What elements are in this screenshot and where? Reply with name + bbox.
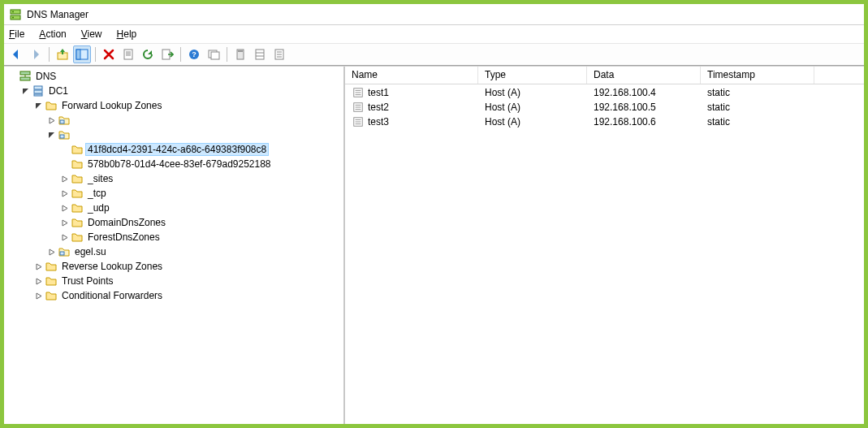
tree-tcp-folder[interactable]: _tcp bbox=[59, 186, 343, 201]
svg-rect-28 bbox=[34, 86, 42, 89]
svg-rect-31 bbox=[60, 120, 64, 123]
folder-icon bbox=[71, 231, 84, 244]
tree-guid-folder[interactable]: 578b0b78-01d4-4cee-83ef-679ad9252188 bbox=[59, 157, 343, 171]
collapse-icon[interactable] bbox=[46, 130, 56, 140]
column-header-name[interactable]: Name bbox=[345, 67, 478, 84]
zone-icon bbox=[58, 128, 71, 141]
record-icon bbox=[352, 101, 365, 114]
svg-rect-38 bbox=[354, 103, 363, 112]
svg-rect-16 bbox=[237, 50, 244, 59]
svg-rect-42 bbox=[354, 118, 363, 127]
tree-label: Reverse Lookup Zones bbox=[59, 261, 165, 272]
svg-rect-11 bbox=[162, 50, 170, 59]
tree-trust-points[interactable]: Trust Points bbox=[33, 274, 343, 288]
record-row[interactable]: test1Host (A)192.168.100.4static bbox=[345, 85, 864, 100]
column-header-type[interactable]: Type bbox=[478, 67, 587, 84]
record-timestamp: static bbox=[701, 87, 814, 98]
list-body: test1Host (A)192.168.100.4statictest2Hos… bbox=[345, 84, 864, 129]
record-icon bbox=[352, 86, 365, 99]
tree-server[interactable]: DC1 bbox=[20, 84, 343, 98]
record-icon bbox=[352, 115, 365, 128]
delete-button[interactable] bbox=[100, 45, 118, 63]
expand-icon[interactable] bbox=[46, 247, 56, 257]
svg-rect-4 bbox=[58, 53, 67, 59]
expand-icon[interactable] bbox=[59, 218, 69, 227]
tree-reverse-lookup-zones[interactable]: Reverse Lookup Zones bbox=[33, 259, 343, 274]
tree-label: 578b0b78-01d4-4cee-83ef-679ad9252188 bbox=[85, 158, 274, 170]
folder-icon bbox=[71, 216, 84, 229]
forward-button[interactable] bbox=[27, 45, 45, 63]
tree-domaindnszones-folder[interactable]: DomainDnsZones bbox=[59, 215, 343, 230]
new-window-button[interactable] bbox=[205, 45, 222, 63]
folder-icon bbox=[71, 143, 84, 156]
list-pane[interactable]: Name Type Data Timestamp test1Host (A)19… bbox=[345, 67, 864, 424]
folder-icon bbox=[71, 201, 84, 214]
tree-pane[interactable]: DNS DC1 bbox=[4, 67, 345, 424]
svg-rect-1 bbox=[11, 15, 20, 19]
back-button[interactable] bbox=[7, 45, 25, 63]
tree-forestdnszones-folder[interactable]: ForestDnsZones bbox=[59, 230, 343, 244]
svg-point-2 bbox=[12, 11, 14, 12]
tree-msdcs-zone[interactable] bbox=[46, 113, 343, 128]
svg-rect-17 bbox=[238, 50, 243, 52]
expand-icon[interactable] bbox=[59, 188, 69, 198]
export-button[interactable] bbox=[158, 45, 176, 63]
tree-label: Trust Points bbox=[59, 275, 116, 287]
app-icon bbox=[9, 8, 22, 21]
tree-forward-lookup-zones[interactable]: Forward Lookup Zones bbox=[33, 98, 343, 113]
svg-point-12 bbox=[189, 50, 199, 59]
expand-icon[interactable] bbox=[59, 174, 69, 184]
record-type: Host (A) bbox=[478, 87, 587, 98]
grid-lines-button[interactable] bbox=[251, 45, 269, 63]
menu-file[interactable]: File bbox=[7, 27, 26, 41]
tree-domain-zone[interactable] bbox=[46, 128, 343, 142]
record-name: test1 bbox=[368, 87, 389, 98]
tree-label: _tcp bbox=[85, 188, 109, 199]
properties-button[interactable] bbox=[119, 45, 137, 63]
list-header: Name Type Data Timestamp bbox=[345, 67, 864, 84]
help-button[interactable]: ? bbox=[185, 45, 203, 63]
tree-sites-folder[interactable]: _sites bbox=[59, 171, 343, 186]
tree-guid-folder-selected[interactable]: 41f8dcd4-2391-424c-a68c-649383f908c8 bbox=[59, 142, 343, 157]
separator bbox=[49, 47, 50, 62]
show-hide-tree-button[interactable] bbox=[73, 45, 91, 63]
svg-rect-25 bbox=[20, 71, 30, 75]
separator bbox=[95, 47, 96, 62]
expand-icon[interactable] bbox=[33, 262, 43, 271]
svg-rect-33 bbox=[60, 252, 64, 255]
record-row[interactable]: test3Host (A)192.168.100.6static bbox=[345, 115, 864, 129]
lines-button[interactable] bbox=[270, 45, 288, 63]
expand-icon[interactable] bbox=[46, 115, 56, 125]
tree-label: _sites bbox=[85, 173, 115, 184]
column-header-data[interactable]: Data bbox=[587, 67, 701, 84]
record-data: 192.168.100.4 bbox=[587, 87, 701, 98]
tree-label: _udp bbox=[85, 202, 112, 214]
tree-egel-zone[interactable]: egel.su bbox=[46, 244, 343, 259]
tree-root-dns[interactable]: DNS bbox=[7, 69, 343, 84]
svg-rect-32 bbox=[60, 135, 64, 138]
column-header-timestamp[interactable]: Timestamp bbox=[701, 67, 814, 84]
dns-icon bbox=[19, 70, 32, 83]
record-row[interactable]: test2Host (A)192.168.100.5static bbox=[345, 100, 864, 115]
refresh-button[interactable] bbox=[139, 45, 157, 63]
svg-rect-30 bbox=[34, 94, 42, 96]
menu-help[interactable]: Help bbox=[115, 27, 139, 41]
expand-icon[interactable] bbox=[59, 203, 69, 213]
menubar: File Action View Help bbox=[4, 25, 864, 43]
up-button[interactable] bbox=[54, 45, 71, 63]
expand-icon[interactable] bbox=[33, 276, 43, 286]
expand-icon[interactable] bbox=[59, 232, 69, 242]
expand-icon bbox=[7, 71, 17, 81]
filter-button[interactable] bbox=[231, 45, 249, 63]
collapse-icon[interactable] bbox=[33, 101, 43, 110]
collapse-icon[interactable] bbox=[20, 86, 30, 96]
tree-label: DomainDnsZones bbox=[85, 217, 168, 228]
menu-view[interactable]: View bbox=[80, 27, 104, 41]
tree-conditional-forwarders[interactable]: Conditional Forwarders bbox=[33, 288, 343, 303]
zone-icon bbox=[58, 114, 71, 127]
menu-action[interactable]: Action bbox=[37, 27, 67, 41]
tree-udp-folder[interactable]: _udp bbox=[59, 201, 343, 215]
folder-icon bbox=[45, 275, 58, 287]
svg-text:?: ? bbox=[192, 50, 196, 58]
expand-icon[interactable] bbox=[33, 291, 43, 300]
